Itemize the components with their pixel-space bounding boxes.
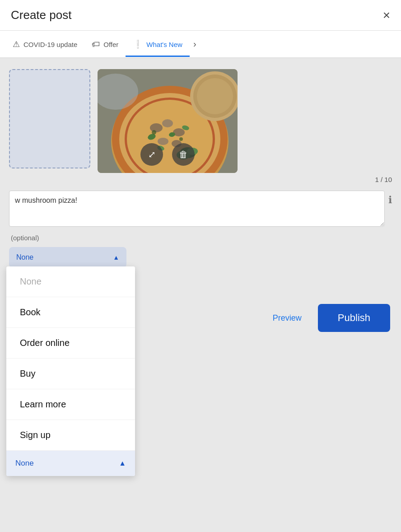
delete-image-button[interactable]: 🗑: [172, 143, 195, 166]
dropdown-item-learn-more[interactable]: Learn more: [6, 389, 135, 420]
dropdown-selected-row[interactable]: None ▲: [6, 451, 135, 476]
dialog-header: Create post ×: [0, 0, 401, 31]
dropdown-selected-text: None: [15, 459, 34, 468]
post-text-input[interactable]: w mushroom pizza!: [9, 191, 385, 227]
svg-point-9: [162, 119, 173, 127]
dropdown-item-order-online[interactable]: Order online: [6, 328, 135, 359]
tab-offer[interactable]: 🏷 Offer: [84, 32, 126, 57]
trash-icon: 🗑: [179, 149, 188, 160]
exclamation-icon: ❕: [133, 39, 143, 49]
svg-point-8: [150, 123, 163, 132]
dropdown-chevron-up-icon: ▲: [119, 459, 126, 467]
svg-point-18: [179, 137, 183, 141]
dropdown-item-none[interactable]: None: [6, 266, 135, 297]
tab-scroll-right[interactable]: ›: [190, 31, 200, 57]
tab-whats-new[interactable]: ❕ What's New: [126, 31, 190, 57]
tab-covid[interactable]: ⚠ COVID-19 update: [5, 31, 84, 57]
svg-point-21: [197, 78, 233, 114]
crop-icon: ⤢: [148, 149, 156, 160]
dropdown-item-sign-up[interactable]: Sign up: [6, 420, 135, 451]
cta-section-label: (optional): [9, 234, 392, 242]
dropdown-item-book[interactable]: Book: [6, 297, 135, 328]
svg-point-17: [152, 130, 156, 135]
pizza-image-container: ⤢ 🗑: [98, 69, 238, 173]
publish-button[interactable]: Publish: [318, 304, 390, 332]
cta-dropdown-menu: None Book Order online Buy Learn more Si…: [6, 266, 135, 476]
cta-dropdown-trigger[interactable]: None ▲: [9, 247, 126, 268]
close-button[interactable]: ×: [383, 9, 390, 22]
cta-selected-value: None: [16, 253, 33, 261]
tab-whats-new-label: What's New: [146, 41, 182, 48]
text-section: w mushroom pizza! ℹ: [9, 191, 392, 227]
image-right: ⤢ 🗑 1 / 10: [98, 69, 392, 183]
tab-offer-label: Offer: [103, 41, 118, 48]
info-icon: ℹ: [388, 194, 392, 206]
dropdown-item-buy[interactable]: Buy: [6, 359, 135, 389]
image-action-buttons: ⤢ 🗑: [140, 143, 195, 166]
preview-button[interactable]: Preview: [266, 308, 309, 328]
image-area: ⤢ 🗑 1 / 10: [9, 69, 392, 183]
tag-icon: 🏷: [92, 40, 100, 49]
chevron-up-icon: ▲: [113, 254, 119, 261]
image-counter: 1 / 10: [98, 176, 392, 183]
dialog-title: Create post: [11, 8, 71, 22]
tab-bar: ⚠ COVID-19 update 🏷 Offer ❕ What's New ›: [0, 31, 401, 58]
upload-placeholder[interactable]: [9, 69, 90, 168]
tab-covid-label: COVID-19 update: [23, 41, 77, 48]
warning-icon: ⚠: [13, 39, 20, 49]
crop-button[interactable]: ⤢: [140, 143, 163, 166]
